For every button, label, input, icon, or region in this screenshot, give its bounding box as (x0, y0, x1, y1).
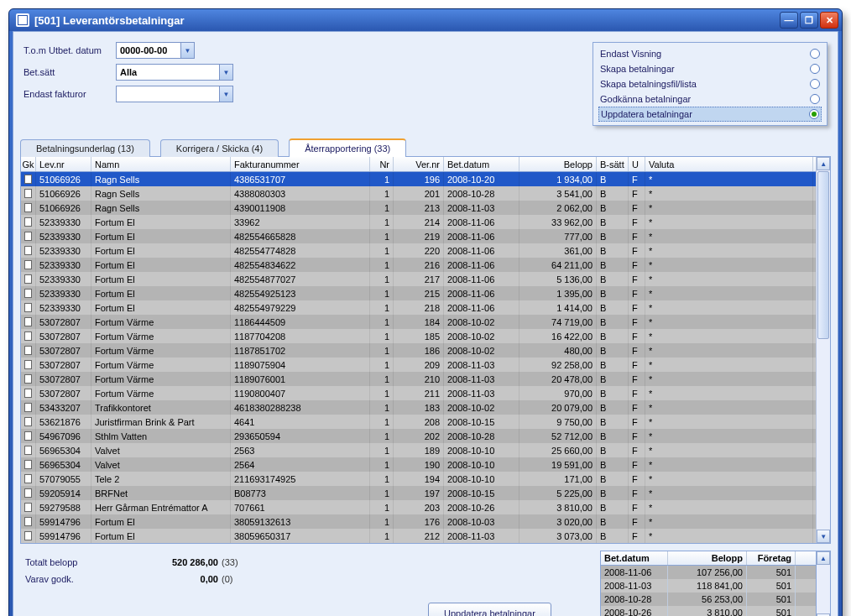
row-checkbox[interactable] (21, 500, 36, 514)
table-row[interactable]: 53072807 Fortum Värme 1187851702 1 186 2… (21, 343, 816, 358)
table-row[interactable]: 53621876 Juristfirman Brink & Part 4641 … (21, 415, 816, 429)
grid-scrollbar[interactable]: ▲ ▼ (816, 157, 830, 543)
table-row[interactable]: 52339330 Fortum El 482554774828 1 220 20… (21, 243, 816, 258)
row-checkbox[interactable] (21, 300, 36, 315)
row-checkbox[interactable] (21, 514, 36, 529)
table-row[interactable]: 59914796 Fortum El 38059132613 1 176 200… (21, 514, 816, 529)
title-bar[interactable]: [501] Leverantörsbetalningar — ❐ ✕ (9, 9, 842, 31)
row-checkbox[interactable] (21, 443, 36, 457)
row-checkbox[interactable] (21, 486, 36, 500)
invoices-select[interactable]: ▼ (116, 86, 233, 102)
row-checkbox[interactable] (21, 172, 36, 186)
table-row[interactable]: 57079055 Tele 2 211693174925 1 194 2008-… (21, 472, 816, 486)
scroll-thumb[interactable] (817, 171, 829, 339)
minimize-button[interactable]: — (780, 12, 798, 29)
row-checkbox[interactable] (21, 472, 36, 486)
col-fak[interactable]: Fakturanummer (231, 157, 370, 171)
scroll-up-icon[interactable]: ▲ (817, 157, 830, 170)
chevron-down-icon[interactable]: ▼ (219, 86, 232, 102)
row-checkbox[interactable] (21, 400, 36, 415)
method-select[interactable]: Alla ▼ (116, 64, 233, 81)
table-row[interactable]: 56965304 Valvet 2564 1 190 2008-10-10 19… (21, 457, 816, 472)
radio-icon[interactable] (810, 49, 820, 59)
col-valuta[interactable]: Valuta (645, 157, 813, 171)
row-checkbox[interactable] (21, 329, 36, 343)
option-1[interactable]: Skapa betalningar (600, 61, 820, 76)
row-checkbox[interactable] (21, 415, 36, 429)
row-checkbox[interactable] (21, 201, 36, 215)
table-row[interactable]: 52339330 Fortum El 482554834622 1 216 20… (21, 258, 816, 272)
radio-icon[interactable] (810, 79, 820, 89)
date-input[interactable]: 0000-00-00 ▼ (116, 42, 195, 59)
radio-icon[interactable] (810, 64, 820, 74)
table-row[interactable]: 53433207 Trafikkontoret 4618380288238 1 … (21, 400, 816, 415)
option-3[interactable]: Godkänna betalningar (600, 91, 820, 107)
chevron-down-icon[interactable]: ▼ (219, 65, 232, 80)
col-lev[interactable]: Lev.nr (36, 157, 91, 171)
table-row[interactable]: 59205914 BRFNet B08773 1 197 2008-10-15 … (21, 486, 816, 500)
col-ver[interactable]: Ver.nr (394, 157, 444, 171)
row-checkbox[interactable] (21, 343, 36, 358)
radio-icon[interactable] (810, 94, 820, 104)
option-0[interactable]: Endast Visning (600, 46, 820, 61)
col-nr[interactable]: Nr (370, 157, 394, 171)
table-row[interactable]: 53072807 Fortum Värme 1189075904 1 209 2… (21, 358, 816, 372)
table-row[interactable]: 53072807 Fortum Värme 1189076001 1 210 2… (21, 372, 816, 386)
col-bsatt[interactable]: B-sätt (597, 157, 629, 171)
table-row[interactable]: 54967096 Sthlm Vatten 293650594 1 202 20… (21, 429, 816, 443)
scroll-down-icon[interactable]: ▼ (817, 530, 830, 543)
summary-row[interactable]: 2008-11-03 118 841,00 501 (601, 579, 816, 593)
row-checkbox[interactable] (21, 386, 36, 400)
summary-scrollbar[interactable]: ▲ ▼ (817, 551, 831, 616)
tab-1[interactable]: Korrigera / Skicka (4) (160, 139, 279, 157)
tab-2[interactable]: Återrapportering (33) (289, 138, 406, 157)
col-dat[interactable]: Bet.datum (444, 157, 519, 171)
tab-0[interactable]: Betalningsunderlag (13) (20, 139, 150, 157)
table-row[interactable]: 56965304 Valvet 2563 1 189 2008-10-10 25… (21, 443, 816, 457)
table-row[interactable]: 52339330 Fortum El 482554925123 1 215 20… (21, 286, 816, 300)
table-row[interactable]: 59914796 Fortum El 38059650317 1 212 200… (21, 529, 816, 543)
chevron-down-icon[interactable]: ▼ (180, 43, 194, 58)
row-checkbox[interactable] (21, 186, 36, 201)
row-checkbox[interactable] (21, 372, 36, 386)
row-checkbox[interactable] (21, 529, 36, 543)
option-2[interactable]: Skapa betalningsfil/lista (600, 76, 820, 91)
table-row[interactable]: 52339330 Fortum El 482554979229 1 218 20… (21, 300, 816, 315)
col-bel[interactable]: Belopp (519, 157, 597, 171)
row-checkbox[interactable] (21, 272, 36, 286)
close-button[interactable]: ✕ (820, 12, 838, 29)
option-4[interactable]: Uppdatera betalningar (598, 107, 822, 122)
table-row[interactable]: 51066926 Ragn Sells 4386531707 1 196 200… (21, 172, 816, 186)
table-row[interactable]: 51066926 Ragn Sells 4388080303 1 201 200… (21, 186, 816, 201)
summary-col-company[interactable]: Företag (747, 551, 796, 565)
update-payments-button[interactable]: Uppdatera betalningar (428, 603, 551, 616)
row-checkbox[interactable] (21, 243, 36, 258)
radio-icon[interactable] (809, 109, 819, 119)
row-checkbox[interactable] (21, 215, 36, 229)
col-namn[interactable]: Namn (91, 157, 231, 171)
summary-row[interactable]: 2008-10-28 56 253,00 501 (601, 593, 816, 606)
table-row[interactable]: 53072807 Fortum Värme 1187704208 1 185 2… (21, 329, 816, 343)
row-checkbox[interactable] (21, 229, 36, 243)
row-checkbox[interactable] (21, 457, 36, 472)
table-row[interactable]: 59279588 Herr Gårman Entrémattor A 70766… (21, 500, 816, 514)
col-gk[interactable]: Gk (21, 157, 36, 171)
table-row[interactable]: 51066926 Ragn Sells 4390011908 1 213 200… (21, 201, 816, 215)
row-checkbox[interactable] (21, 429, 36, 443)
table-row[interactable]: 52339330 Fortum El 33962 1 214 2008-11-0… (21, 215, 816, 229)
table-row[interactable]: 52339330 Fortum El 482554665828 1 219 20… (21, 229, 816, 243)
table-row[interactable]: 53072807 Fortum Värme 1190800407 1 211 2… (21, 386, 816, 400)
row-checkbox[interactable] (21, 358, 36, 372)
table-row[interactable]: 53072807 Fortum Värme 1186444509 1 184 2… (21, 315, 816, 329)
row-checkbox[interactable] (21, 258, 36, 272)
summary-col-amount[interactable]: Belopp (668, 551, 747, 565)
row-checkbox[interactable] (21, 286, 36, 300)
row-checkbox[interactable] (21, 315, 36, 329)
maximize-button[interactable]: ❐ (800, 12, 818, 29)
table-row[interactable]: 52339330 Fortum El 482554877027 1 217 20… (21, 272, 816, 286)
summary-col-date[interactable]: Bet.datum (601, 551, 668, 565)
summary-row[interactable]: 2008-10-26 3 810,00 501 (601, 606, 816, 616)
col-u[interactable]: U (629, 157, 645, 171)
summary-row[interactable]: 2008-11-06 107 256,00 501 (601, 566, 816, 579)
scroll-up-icon[interactable]: ▲ (817, 551, 830, 565)
